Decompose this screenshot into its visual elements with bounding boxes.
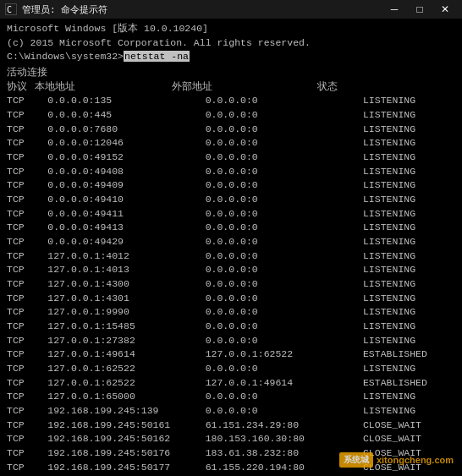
table-row: TCP 192.168.199.245:50161 61.151.234.29:… [7, 419, 455, 433]
prompt-line: C:\Windows\system32>netstat -na [7, 50, 455, 64]
table-row: TCP 127.0.0.1:4300 0.0.0.0:0 LISTENING [7, 277, 455, 292]
command-input[interactable]: netstat -na [124, 51, 190, 62]
close-button[interactable]: ✕ [433, 0, 457, 19]
table-row: TCP 192.168.199.245:50162 180.153.160.30… [7, 432, 455, 446]
watermark-logo: 系统城 [339, 452, 373, 468]
col-state-header: 状态 [317, 81, 338, 92]
table-row: TCP 0.0.0.0:7680 0.0.0.0:0 LISTENING [7, 123, 455, 137]
table-row: TCP 0.0.0.0:135 0.0.0.0:0 LISTENING [7, 94, 455, 108]
col-local-header: 本地地址 [35, 80, 166, 95]
cmd-icon: C [5, 3, 17, 15]
header-line-2: (c) 2015 Microsoft Corporation. All righ… [7, 36, 455, 51]
section-label: 活动连接 [7, 66, 455, 80]
table-row: TCP 0.0.0.0:49152 0.0.0.0:0 LISTENING [7, 150, 455, 165]
table-row: TCP 0.0.0.0:12046 0.0.0.0:0 LISTENING [7, 136, 455, 150]
maximize-button[interactable]: □ [408, 0, 432, 19]
table-row: TCP 0.0.0.0:49409 0.0.0.0:0 LISTENING [7, 178, 455, 193]
table-row: TCP 0.0.0.0:49410 0.0.0.0:0 LISTENING [7, 193, 455, 207]
table-row: TCP 127.0.0.1:4013 0.0.0.0:0 LISTENING [7, 263, 455, 277]
minimize-button[interactable]: ─ [382, 0, 406, 19]
table-row: TCP 127.0.0.1:49614 127.0.0.1:62522 ESTA… [7, 347, 455, 362]
col-foreign-header: 外部地址 [172, 80, 311, 95]
table-row: TCP 0.0.0.0:49408 0.0.0.0:0 LISTENING [7, 165, 455, 179]
window-title: 管理员: 命令提示符 [22, 3, 107, 16]
column-headers: 协议 本地地址 外部地址 状态 [7, 80, 455, 95]
table-row: TCP 127.0.0.1:62522 127.0.0.1:49614 ESTA… [7, 376, 455, 391]
col-proto-header: 协议 [7, 81, 27, 92]
header-line-1: Microsoft Windows [版本 10.0.10240] [7, 22, 455, 36]
table-row: TCP 0.0.0.0:49413 0.0.0.0:0 LISTENING [7, 221, 455, 235]
table-row: TCP 127.0.0.1:4301 0.0.0.0:0 LISTENING [7, 292, 455, 306]
svg-text:C: C [7, 5, 12, 14]
table-row: TCP 127.0.0.1:27382 0.0.0.0:0 LISTENING [7, 334, 455, 348]
title-bar: C 管理员: 命令提示符 ─ □ ✕ [0, 0, 462, 19]
table-row: TCP 0.0.0.0:49411 0.0.0.0:0 LISTENING [7, 207, 455, 222]
watermark-url: xitongcheng.com [377, 455, 454, 465]
table-row: TCP 127.0.0.1:4012 0.0.0.0:0 LISTENING [7, 249, 455, 264]
watermark: 系统城 xitongcheng.com [339, 452, 454, 468]
prompt-text: C:\Windows\system32> [7, 51, 124, 62]
table-row: TCP 127.0.0.1:9990 0.0.0.0:0 LISTENING [7, 305, 455, 320]
table-row: TCP 192.168.199.245:139 0.0.0.0:0 LISTEN… [7, 404, 455, 419]
terminal-window: Microsoft Windows [版本 10.0.10240] (c) 20… [0, 19, 462, 476]
table-row: TCP 127.0.0.1:62522 0.0.0.0:0 LISTENING [7, 362, 455, 376]
table-row: TCP 0.0.0.0:445 0.0.0.0:0 LISTENING [7, 108, 455, 123]
table-row: TCP 0.0.0.0:49429 0.0.0.0:0 LISTENING [7, 235, 455, 249]
table-row: TCP 127.0.0.1:15485 0.0.0.0:0 LISTENING [7, 320, 455, 334]
table-row: TCP 127.0.0.1:65000 0.0.0.0:0 LISTENING [7, 390, 455, 404]
data-rows-container: TCP 0.0.0.0:135 0.0.0.0:0 LISTENINGTCP 0… [7, 94, 455, 476]
